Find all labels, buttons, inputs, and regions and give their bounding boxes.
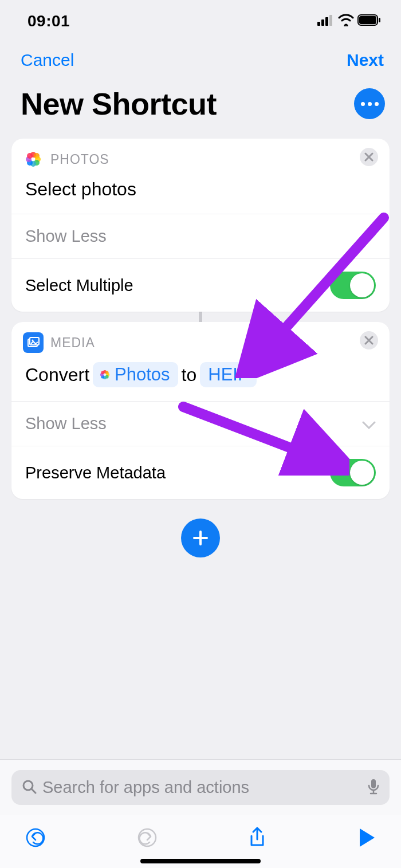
convert-word: Convert [25, 364, 89, 386]
svg-line-31 [32, 789, 36, 793]
search-bar-container: Search for apps and actions [0, 759, 401, 815]
convert-to-word: to [182, 364, 197, 386]
card-header: PHOTOS [11, 139, 390, 170]
svg-rect-6 [379, 18, 380, 22]
svg-point-25 [101, 371, 104, 374]
home-indicator [140, 859, 261, 863]
wifi-icon [338, 14, 354, 29]
option-row-select-multiple: Select Multiple [11, 258, 390, 312]
undo-button[interactable] [25, 827, 46, 848]
remove-action-button[interactable] [360, 331, 378, 349]
cellular-icon [317, 14, 335, 28]
action-title[interactable]: Select photos [11, 170, 390, 214]
preserve-metadata-toggle[interactable] [330, 459, 376, 486]
more-button[interactable] [354, 88, 385, 119]
svg-rect-32 [371, 779, 376, 788]
share-button[interactable] [248, 826, 266, 849]
nav-row: Cancel Next [0, 34, 401, 70]
app-label: PHOTOS [50, 152, 109, 167]
status-icons [317, 14, 382, 29]
svg-marker-35 [360, 828, 375, 847]
option-label: Preserve Metadata [25, 464, 166, 482]
action-card-photos: PHOTOS Select photos Show Less Select Mu… [11, 139, 390, 312]
svg-point-14 [27, 153, 33, 159]
show-less-label: Show Less [25, 227, 107, 246]
run-button[interactable] [357, 827, 376, 848]
plus-icon [192, 529, 209, 547]
search-placeholder: Search for apps and actions [42, 778, 362, 797]
svg-rect-5 [359, 16, 376, 24]
svg-rect-0 [317, 22, 320, 26]
dictation-icon[interactable] [368, 779, 379, 797]
convert-input-token[interactable]: Photos [93, 362, 178, 387]
select-multiple-toggle[interactable] [330, 272, 376, 299]
action-title: Convert Photos to HEIF [11, 353, 390, 401]
chevron-down-icon [362, 414, 376, 433]
convert-format-token[interactable]: HEIF [200, 362, 257, 387]
status-bar: 09:01 [0, 0, 401, 34]
option-row-preserve-metadata: Preserve Metadata [11, 446, 390, 499]
battery-icon [357, 14, 382, 28]
cancel-button[interactable]: Cancel [21, 50, 74, 70]
search-input[interactable]: Search for apps and actions [11, 770, 390, 805]
show-less-label: Show Less [25, 414, 107, 433]
media-app-icon [23, 332, 44, 353]
action-card-media: MEDIA Convert Photos to HEIF [11, 322, 390, 499]
app-label: MEDIA [50, 335, 95, 351]
token-label: Photos [115, 364, 170, 385]
svg-rect-1 [321, 19, 324, 26]
remove-action-button[interactable] [360, 148, 378, 166]
action-text: Select photos [25, 179, 136, 200]
show-less-row[interactable]: Show Less [11, 214, 390, 258]
status-time: 09:01 [27, 12, 70, 30]
title-row: New Shortcut [0, 70, 401, 132]
photos-app-icon [23, 149, 44, 170]
option-label: Select Multiple [25, 276, 133, 295]
add-action-button[interactable] [181, 519, 220, 557]
card-header: MEDIA [11, 322, 390, 353]
svg-rect-2 [325, 17, 328, 26]
page-title: New Shortcut [21, 86, 217, 121]
next-button[interactable]: Next [347, 50, 384, 70]
redo-button[interactable] [137, 827, 158, 848]
show-less-row[interactable]: Show Less [11, 401, 390, 446]
svg-rect-3 [329, 15, 332, 26]
card-connector [199, 312, 202, 322]
chevron-down-icon [362, 227, 376, 246]
search-icon [22, 779, 37, 796]
